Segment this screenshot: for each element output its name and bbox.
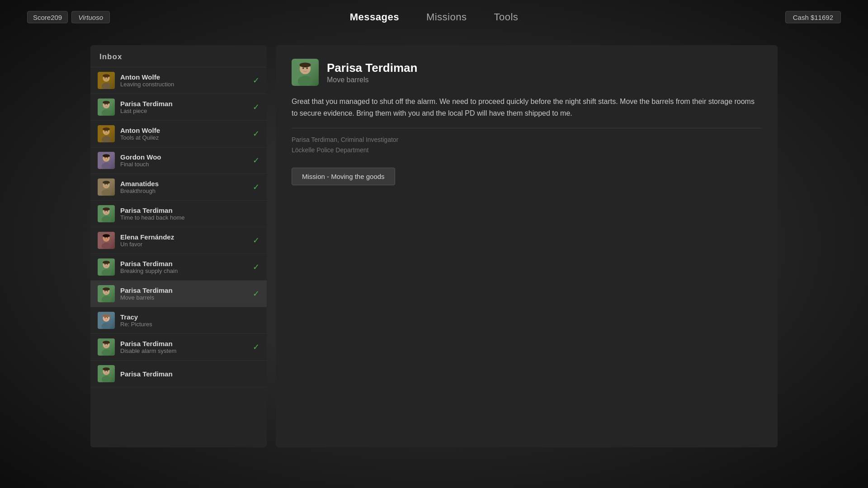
item-text: Parisa TerdimanLast piece [120,100,249,114]
svg-point-22 [104,184,105,185]
inbox-item[interactable]: TracyRe: Pictures [90,307,267,334]
inbox-header: Inbox [90,45,267,67]
item-subject: Breakthrough [120,188,249,194]
svg-point-51 [102,349,111,356]
check-icon: ✓ [253,75,259,85]
inbox-item[interactable]: Parisa TerdimanDisable alarm system✓ [90,334,267,361]
navigation: Messages Missions Tools [350,11,519,23]
svg-point-49 [103,314,110,317]
svg-point-43 [107,291,108,291]
cash-display: Cash $11692 [785,11,841,23]
svg-point-59 [103,367,110,371]
avatar [98,178,115,196]
item-name: Parisa Terdiman [120,370,259,378]
svg-point-2 [104,77,105,78]
inbox-item[interactable]: Parisa TerdimanMove barrels✓ [90,281,267,307]
svg-point-13 [107,131,108,131]
svg-point-38 [107,264,108,265]
check-icon: ✓ [253,235,259,245]
item-text: Parisa TerdimanTime to head back home [120,206,259,221]
svg-point-53 [107,344,108,345]
item-text: Gordon WooFinal touch [120,153,249,168]
svg-point-21 [102,189,111,196]
item-subject: Last piece [120,108,249,114]
svg-point-54 [103,341,110,344]
item-name: Anton Wolfe [120,73,249,81]
item-name: Parisa Terdiman [120,286,249,294]
svg-point-11 [102,136,111,142]
detail-divider [292,128,762,128]
svg-point-57 [104,371,105,371]
svg-point-26 [102,216,111,222]
svg-point-27 [104,211,105,211]
svg-point-42 [104,291,105,291]
svg-point-41 [102,296,111,302]
avatar [98,205,115,222]
item-text: Parisa TerdimanBreaking supply chain [120,260,249,274]
score-display: Score209 [27,11,68,23]
svg-point-31 [102,243,111,249]
item-subject: Time to head back home [120,214,259,221]
item-subject: Tools at Quilez [120,134,249,141]
inbox-list: Anton WolfeLeaving construction✓ Parisa … [90,67,267,447]
inbox-item[interactable]: Parisa Terdiman [90,361,267,387]
inbox-item[interactable]: Parisa TerdimanLast piece✓ [90,94,267,121]
item-text: TracyRe: Pictures [120,313,259,328]
avatar [98,232,115,249]
svg-point-29 [103,207,110,211]
svg-point-63 [306,67,308,69]
item-subject: Leaving construction [120,81,249,88]
item-name: Tracy [120,313,259,321]
avatar [98,338,115,356]
tab-tools[interactable]: Tools [494,11,518,23]
inbox-item[interactable]: Anton WolfeLeaving construction✓ [90,67,267,94]
check-icon: ✓ [253,102,259,112]
inbox-item[interactable]: Parisa TerdimanTime to head back home [90,201,267,227]
item-name: Parisa Terdiman [120,100,249,108]
item-subject: Re: Pictures [120,321,259,328]
avatar [98,72,115,89]
detail-sender-info: Parisa Terdiman Move barrels [327,61,417,84]
inbox-item[interactable]: Gordon WooFinal touch✓ [90,147,267,174]
svg-point-44 [103,287,110,291]
svg-point-7 [104,104,105,105]
tab-messages[interactable]: Messages [350,11,399,23]
item-subject: Un favor [120,241,249,248]
detail-avatar [292,59,319,86]
svg-point-8 [107,104,108,105]
tab-missions[interactable]: Missions [426,11,467,23]
svg-point-58 [107,371,108,371]
signature-line2: Löckelle Police Department [292,145,762,155]
inbox-item[interactable]: Parisa TerdimanBreaking supply chain✓ [90,254,267,281]
item-subject: Disable alarm system [120,347,249,354]
main-content: Inbox Anton WolfeLeaving construction✓ P… [90,45,778,447]
svg-point-32 [104,237,105,238]
avatar [98,99,115,116]
svg-point-39 [103,261,110,264]
svg-point-16 [102,163,111,169]
item-name: Elena Fernández [120,233,249,241]
item-name: Amanatides [120,180,249,188]
avatar [98,285,115,302]
inbox-item[interactable]: Elena FernándezUn favor✓ [90,227,267,254]
detail-message-subject: Move barrels [327,76,417,84]
inbox-item[interactable]: Anton WolfeTools at Quilez✓ [90,121,267,147]
check-icon: ✓ [253,129,259,139]
inbox-item[interactable]: AmanatidesBreakthrough✓ [90,174,267,201]
avatar [98,125,115,142]
avatar [98,365,115,382]
svg-point-56 [102,376,111,382]
item-subject: Final touch [120,161,249,168]
svg-point-14 [103,127,110,131]
mission-button[interactable]: Mission - Moving the goods [292,168,395,185]
check-icon: ✓ [253,289,259,299]
item-text: Elena FernándezUn favor [120,233,249,248]
item-text: Anton WolfeTools at Quilez [120,127,249,141]
svg-point-12 [104,131,105,131]
inbox-panel: Inbox Anton WolfeLeaving construction✓ P… [90,45,267,447]
check-icon: ✓ [253,155,259,165]
item-name: Parisa Terdiman [120,206,259,214]
detail-panel: Parisa Terdiman Move barrels Great that … [276,45,778,447]
svg-point-62 [302,67,304,69]
item-text: Parisa TerdimanDisable alarm system [120,340,249,354]
